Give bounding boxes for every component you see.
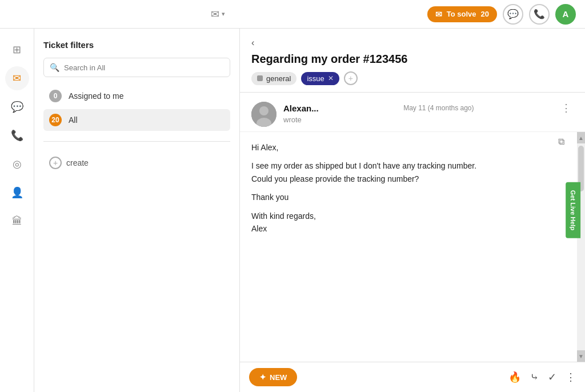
dashboard-icon: ⊞ xyxy=(13,43,21,56)
message-date: May 11 (4 months ago) xyxy=(403,104,474,112)
more-options-icon: ⋮ xyxy=(566,371,576,383)
top-bar: ✉ ▾ ✉ To solve 20 💬 📞 A xyxy=(0,0,585,29)
avatar xyxy=(251,102,277,127)
create-label: create xyxy=(66,158,89,167)
external-link-icon: ⧉ xyxy=(558,137,564,146)
svg-point-1 xyxy=(259,106,269,115)
contacts-icon: 👤 xyxy=(11,186,23,199)
sidebar-item-dashboard[interactable]: ⊞ xyxy=(5,38,29,62)
chat-icon-button[interactable]: 💬 xyxy=(503,4,523,25)
icon-sidebar: ⊞ ✉ 💬 📞 ◎ 👤 🏛 xyxy=(0,29,34,392)
scrollbar-down-button[interactable]: ▼ xyxy=(577,350,585,362)
reply-icon: ⤷ xyxy=(530,371,539,383)
message-wrote: wrote xyxy=(283,115,574,124)
tag-general[interactable]: general xyxy=(251,72,296,85)
live-help-tab-wrapper: Get Live Help xyxy=(566,182,580,238)
message-line-4: With kind regards,Alex xyxy=(251,210,566,235)
create-plus-icon: + xyxy=(49,157,62,169)
check-button[interactable]: ✓ xyxy=(548,371,556,383)
back-button[interactable]: ‹ xyxy=(251,38,254,48)
sidebar-item-email[interactable]: ✉ xyxy=(5,66,29,90)
new-btn-icon: ✦ xyxy=(259,373,266,382)
toolbar-actions: 🔥 ⤷ ✓ ⋮ xyxy=(508,371,576,383)
sidebar-item-chat[interactable]: 💬 xyxy=(5,95,29,119)
check-icon: ✓ xyxy=(548,371,556,383)
envelope-icon: ✉ xyxy=(435,10,442,19)
scrollbar-track: ▲ ▼ xyxy=(577,132,585,362)
message-meta: Alexan... May 11 (4 months ago) ⋮ wrote xyxy=(283,102,574,124)
new-button[interactable]: ✦ NEW xyxy=(249,368,297,386)
create-button[interactable]: + create xyxy=(43,152,230,174)
live-help-button[interactable]: Get Live Help xyxy=(566,182,580,238)
reply-button[interactable]: ⤷ xyxy=(530,371,539,383)
to-solve-label: To solve xyxy=(447,10,476,18)
search-box: 🔍 xyxy=(43,58,230,77)
to-solve-count: 20 xyxy=(481,10,489,18)
ticket-title: Regarding my order #123456 xyxy=(251,53,574,66)
all-badge: 20 xyxy=(49,114,62,126)
message-line-1: Hi Alex, xyxy=(251,141,566,154)
tag-issue-label: issue xyxy=(307,74,324,83)
email-icon: ✉ xyxy=(13,72,21,85)
ticket-header: ‹ Regarding my order #123456 general iss… xyxy=(240,29,585,93)
top-bar-actions: ✉ To solve 20 💬 📞 A xyxy=(427,4,576,25)
main-content: ⊞ ✉ 💬 📞 ◎ 👤 🏛 Ticket filters 🔍 0 xyxy=(0,29,585,392)
scrollbar-up-button[interactable]: ▲ xyxy=(577,132,585,143)
search-icon: 🔍 xyxy=(50,63,59,72)
message-more-button[interactable]: ⋮ xyxy=(559,102,574,114)
phone-icon-button[interactable]: 📞 xyxy=(529,4,550,25)
ticket-area-inner: ‹ Regarding my order #123456 general iss… xyxy=(240,29,585,392)
sender-name: Alexan... xyxy=(283,103,319,113)
chat-icon: 💬 xyxy=(507,9,519,19)
filters-title: Ticket filters xyxy=(43,40,230,50)
message-line-3: Thank you xyxy=(251,191,566,203)
filter-list: 0 Assigned to me 20 All xyxy=(43,85,230,131)
user-avatar-button[interactable]: A xyxy=(555,4,576,25)
fire-button[interactable]: 🔥 xyxy=(508,371,521,383)
phone-icon: 📞 xyxy=(534,9,545,19)
top-bar-center: ✉ ▾ xyxy=(9,8,427,21)
message-meta-row: Alexan... May 11 (4 months ago) ⋮ xyxy=(283,102,574,114)
message-line-2: I see my order as shipped but I don't ha… xyxy=(251,159,566,185)
search-input[interactable] xyxy=(64,63,224,72)
email-notification-icon: ✉ xyxy=(211,8,219,21)
tag-close-icon[interactable]: ✕ xyxy=(328,74,334,82)
filters-panel: Ticket filters 🔍 0 Assigned to me 20 All… xyxy=(34,29,240,392)
more-options-button[interactable]: ⋮ xyxy=(566,371,576,383)
bottom-toolbar: ✦ NEW 🔥 ⤷ ✓ ⋮ xyxy=(240,362,585,392)
analytics-icon: ◎ xyxy=(13,158,22,170)
ticket-tags: general issue ✕ + xyxy=(251,71,574,85)
chevron-down-icon: ▾ xyxy=(222,10,225,18)
message-body: Hi Alex, I see my order as shipped but I… xyxy=(240,132,577,362)
avatar-image xyxy=(251,102,277,127)
new-label: NEW xyxy=(270,373,287,382)
assigned-to-me-label: Assigned to me xyxy=(69,91,124,101)
phone-sidebar-icon: 📞 xyxy=(11,129,23,142)
fire-icon: 🔥 xyxy=(508,371,521,383)
message-body-wrapper: Hi Alex, I see my order as shipped but I… xyxy=(240,132,585,362)
tag-issue[interactable]: issue ✕ xyxy=(301,72,339,85)
sidebar-item-analytics[interactable]: ◎ xyxy=(5,152,29,176)
sidebar-item-bank[interactable]: 🏛 xyxy=(5,209,29,233)
message-area: Alexan... May 11 (4 months ago) ⋮ wrote … xyxy=(240,93,585,392)
bank-icon: 🏛 xyxy=(12,215,22,227)
add-tag-button[interactable]: + xyxy=(344,71,358,85)
sidebar-item-phone[interactable]: 📞 xyxy=(5,123,29,147)
filter-assigned-to-me[interactable]: 0 Assigned to me xyxy=(43,85,230,107)
chat-sidebar-icon: 💬 xyxy=(11,101,23,113)
filter-all[interactable]: 20 All xyxy=(43,109,230,131)
sidebar-item-contacts[interactable]: 👤 xyxy=(5,181,29,205)
message-header: Alexan... May 11 (4 months ago) ⋮ wrote xyxy=(240,93,585,132)
divider xyxy=(43,141,230,142)
ticket-area: ‹ Regarding my order #123456 general iss… xyxy=(240,29,585,392)
external-link-button[interactable]: ⧉ xyxy=(558,137,564,147)
all-label: All xyxy=(69,115,78,125)
to-solve-button[interactable]: ✉ To solve 20 xyxy=(427,6,497,22)
assigned-to-me-badge: 0 xyxy=(49,90,62,102)
